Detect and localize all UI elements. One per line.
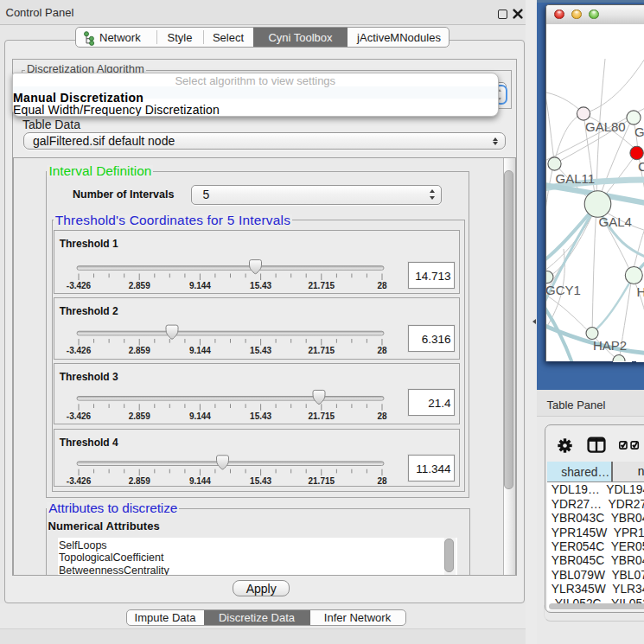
svg-text:GCY1: GCY1 bbox=[546, 282, 581, 296]
svg-text:HAP2: HAP2 bbox=[593, 338, 627, 353]
svg-text:9.144: 9.144 bbox=[189, 347, 211, 356]
svg-text:9.144: 9.144 bbox=[189, 476, 211, 486]
svg-text:GAL4: GAL4 bbox=[599, 214, 632, 229]
svg-text:-3.426: -3.426 bbox=[67, 476, 92, 486]
svg-text:-3.426: -3.426 bbox=[67, 347, 92, 356]
svg-text:28: 28 bbox=[377, 476, 387, 486]
svg-text:21.715: 21.715 bbox=[308, 281, 335, 290]
svg-text:15.43: 15.43 bbox=[250, 411, 271, 421]
svg-text:C: C bbox=[638, 159, 644, 174]
svg-text:28: 28 bbox=[377, 347, 387, 356]
svg-text:2.859: 2.859 bbox=[128, 411, 150, 421]
svg-text:HA: HA bbox=[637, 284, 644, 298]
svg-text:GAL11: GAL11 bbox=[556, 171, 596, 186]
svg-text:GAL80: GAL80 bbox=[585, 119, 626, 134]
svg-text:9.144: 9.144 bbox=[189, 281, 211, 290]
svg-text:-3.426: -3.426 bbox=[67, 281, 92, 290]
svg-text:28: 28 bbox=[377, 281, 387, 290]
svg-text:9.144: 9.144 bbox=[189, 411, 211, 421]
svg-text:15.43: 15.43 bbox=[250, 347, 271, 356]
svg-text:-3.426: -3.426 bbox=[67, 411, 92, 421]
svg-text:2.859: 2.859 bbox=[128, 476, 150, 486]
svg-text:GA: GA bbox=[634, 124, 644, 138]
svg-text:2.859: 2.859 bbox=[128, 347, 150, 356]
svg-text:21.715: 21.715 bbox=[308, 476, 335, 486]
svg-text:2.859: 2.859 bbox=[128, 281, 150, 290]
svg-text:21.715: 21.715 bbox=[308, 411, 335, 421]
svg-text:15.43: 15.43 bbox=[250, 476, 271, 486]
svg-text:21.715: 21.715 bbox=[308, 347, 335, 356]
svg-text:15.43: 15.43 bbox=[250, 281, 271, 290]
svg-text:28: 28 bbox=[377, 411, 387, 421]
